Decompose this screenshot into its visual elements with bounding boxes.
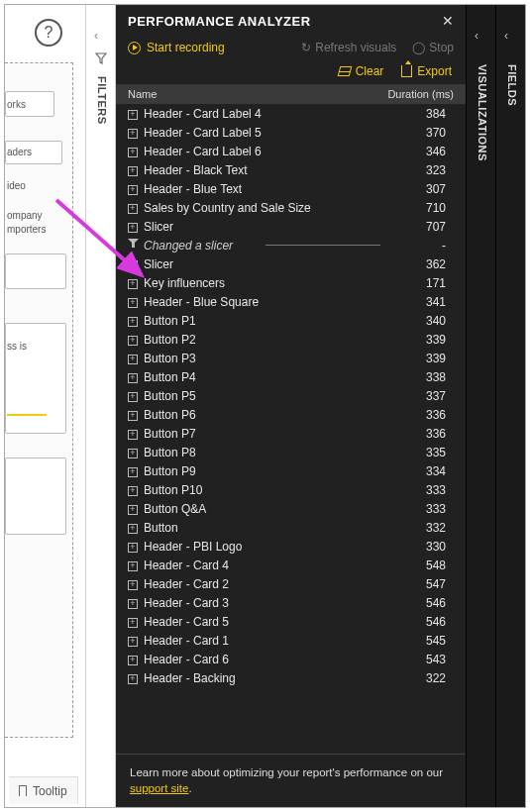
row-duration: 338 xyxy=(386,370,446,384)
expand-icon[interactable]: + xyxy=(128,389,144,402)
table-row[interactable]: +Header - Card 2547 xyxy=(116,574,458,593)
table-row[interactable]: +Button Q&A333 xyxy=(116,499,458,518)
expand-icon[interactable]: + xyxy=(128,145,144,157)
table-row[interactable]: +Button P10333 xyxy=(116,480,458,499)
expand-icon[interactable]: + xyxy=(128,446,144,458)
expand-icon[interactable]: + xyxy=(128,220,144,233)
footer-text: Learn more about optimizing your report'… xyxy=(130,766,443,778)
table-row[interactable]: +Button P5337 xyxy=(116,386,458,405)
table-row[interactable]: +Button P1340 xyxy=(116,311,458,330)
row-name: Header - Card 4 xyxy=(144,558,386,572)
filters-label: FILTERS xyxy=(96,76,108,125)
expand-icon[interactable]: + xyxy=(128,483,144,496)
expand-icon[interactable]: + xyxy=(128,427,144,440)
table-row[interactable]: +Header - Blue Square341 xyxy=(116,292,458,311)
row-duration: 346 xyxy=(386,145,446,158)
row-name: Button P3 xyxy=(144,352,386,365)
row-duration: 323 xyxy=(386,163,446,177)
expand-icon[interactable]: + xyxy=(128,182,144,195)
row-duration: 333 xyxy=(386,483,446,497)
table-row[interactable]: +Header - Black Text323 xyxy=(116,160,458,179)
table-row[interactable]: +Button332 xyxy=(116,518,458,537)
row-duration: 362 xyxy=(386,257,446,271)
col-header-name[interactable]: Name xyxy=(128,88,374,100)
expand-icon[interactable]: + xyxy=(128,558,144,571)
page-tab-tooltip[interactable]: Tooltip xyxy=(9,776,78,804)
expand-icon[interactable]: + xyxy=(128,333,144,346)
row-name: Button P9 xyxy=(144,464,386,478)
refresh-visuals-button[interactable]: ↻ Refresh visuals xyxy=(301,41,396,54)
table-row[interactable]: +Key influencers171 xyxy=(116,273,458,292)
row-duration: 334 xyxy=(386,464,446,478)
col-header-duration[interactable]: Duration (ms) xyxy=(374,88,454,100)
table-row[interactable]: +Header - Card 6543 xyxy=(116,650,458,668)
event-divider xyxy=(265,245,381,246)
chevron-left-icon: ‹ xyxy=(94,29,98,43)
table-row[interactable]: +Slicer707 xyxy=(116,217,458,236)
clear-button[interactable]: Clear xyxy=(339,64,384,78)
table-header-row: Name Duration (ms) xyxy=(116,84,466,104)
expand-icon[interactable]: + xyxy=(128,295,144,308)
expand-icon[interactable]: + xyxy=(128,314,144,327)
table-row[interactable]: +Header - Card 5546 xyxy=(116,612,458,631)
expand-icon[interactable]: + xyxy=(128,577,144,590)
canvas-dashed-area: orks aders ideo ompany mporters 👍 👎 ss i… xyxy=(5,62,73,738)
expand-icon[interactable]: + xyxy=(128,257,144,270)
table-row[interactable]: +Header - Card 3546 xyxy=(116,593,458,612)
table-row[interactable]: +Button P6336 xyxy=(116,405,458,424)
expand-icon[interactable]: + xyxy=(128,540,144,553)
help-button[interactable]: ? xyxy=(35,19,62,47)
table-row[interactable]: +Button P8335 xyxy=(116,443,458,461)
table-row[interactable]: +Slicer362 xyxy=(116,254,458,273)
expand-icon[interactable]: + xyxy=(128,107,144,120)
table-row[interactable]: +Header - Backing322 xyxy=(116,668,458,687)
report-canvas-strip: ? orks aders ideo ompany mporters 👍 👎 ss… xyxy=(5,5,86,807)
table-row[interactable]: +Button P7336 xyxy=(116,424,458,443)
row-duration: 543 xyxy=(386,653,446,666)
expand-icon[interactable]: + xyxy=(128,464,144,477)
filters-icon xyxy=(95,52,107,64)
expand-icon[interactable]: + xyxy=(128,596,144,609)
table-row[interactable]: +Sales by Country and Sale Size710 xyxy=(116,198,458,217)
row-name: Header - Black Text xyxy=(144,163,386,177)
row-name: Header - Card 6 xyxy=(144,653,386,666)
expand-icon[interactable]: + xyxy=(128,126,144,139)
table-row[interactable]: +Header - Card Label 5370 xyxy=(116,123,458,142)
filters-pane-collapsed[interactable]: ‹ FILTERS xyxy=(86,5,116,807)
expand-icon[interactable]: + xyxy=(128,201,144,214)
expand-icon[interactable]: + xyxy=(128,671,144,684)
export-button[interactable]: Export xyxy=(401,64,452,78)
expand-icon[interactable]: + xyxy=(128,502,144,515)
row-name: Header - Card 3 xyxy=(144,596,386,610)
table-row[interactable]: +Header - Card Label 4384 xyxy=(116,104,458,123)
table-row[interactable]: +Header - Card 1545 xyxy=(116,631,458,650)
start-recording-button[interactable]: Start recording xyxy=(128,41,225,54)
table-row[interactable]: Changed a slicer- xyxy=(116,236,458,254)
table-row[interactable]: +Header - Blue Text307 xyxy=(116,179,458,198)
table-row[interactable]: +Header - Card 4548 xyxy=(116,556,458,574)
expand-icon[interactable]: + xyxy=(128,615,144,628)
close-icon[interactable]: ✕ xyxy=(442,13,454,29)
expand-icon[interactable]: + xyxy=(128,521,144,534)
table-row[interactable]: +Header - PBI Logo330 xyxy=(116,537,458,556)
expand-icon[interactable]: + xyxy=(128,163,144,176)
table-row[interactable]: +Button P9334 xyxy=(116,461,458,480)
table-row[interactable]: +Button P3339 xyxy=(116,349,458,367)
expand-icon[interactable]: + xyxy=(128,352,144,364)
expand-icon[interactable]: + xyxy=(128,276,144,289)
expand-icon[interactable]: + xyxy=(128,634,144,647)
row-duration: 337 xyxy=(386,389,446,403)
row-name: Button P4 xyxy=(144,370,386,384)
expand-icon[interactable]: + xyxy=(128,653,144,665)
stop-button[interactable]: ◯ Stop xyxy=(412,41,454,54)
support-site-link[interactable]: support site xyxy=(130,782,188,794)
visualizations-pane-collapsed[interactable]: ‹ VISUALIZATIONS xyxy=(466,5,495,807)
table-row[interactable]: +Header - Card Label 6346 xyxy=(116,142,458,160)
table-row[interactable]: +Button P4338 xyxy=(116,367,458,386)
expand-icon[interactable]: + xyxy=(128,408,144,421)
canvas-text: aders xyxy=(7,147,32,157)
expand-icon[interactable]: + xyxy=(128,370,144,383)
fields-pane-collapsed[interactable]: ‹ FIELDS xyxy=(495,5,525,807)
performance-list[interactable]: +Header - Card Label 4384+Header - Card … xyxy=(116,104,458,754)
table-row[interactable]: +Button P2339 xyxy=(116,330,458,349)
